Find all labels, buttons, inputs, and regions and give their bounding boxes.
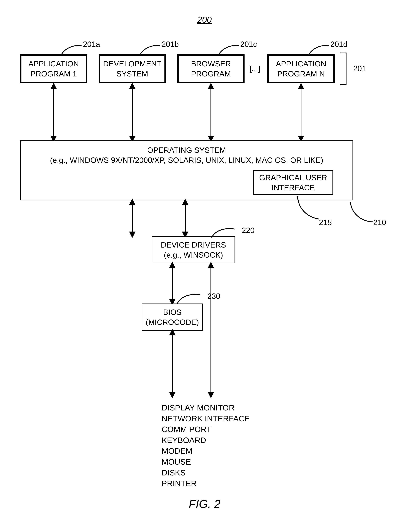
lead-201a	[60, 43, 89, 56]
arrow-app1-os	[51, 84, 57, 140]
box-gui: GRAPHICAL USER INTERFACE	[253, 170, 333, 195]
arrow-drivers-bios	[170, 264, 175, 303]
arrow-browser-os	[208, 84, 214, 140]
box-dev-system: DEVELOPMENT SYSTEM	[99, 54, 166, 83]
lead-230	[176, 292, 207, 308]
bracket-201	[339, 53, 353, 87]
os-line1: OPERATING SYSTEM	[147, 145, 226, 155]
ref-230: 230	[207, 291, 220, 301]
gui-label: GRAPHICAL USER INTERFACE	[255, 172, 331, 192]
box-app-1: APPLICATION PROGRAM 1	[20, 54, 87, 83]
arrow-os-drivers	[182, 200, 188, 236]
ref-220: 220	[242, 226, 255, 235]
device-list: DISPLAY MONITOR NETWORK INTERFACE COMM P…	[162, 402, 250, 489]
box-app-n-label: APPLICATION PROGRAM N	[270, 59, 332, 79]
drivers-label: DEVICE DRIVERS (e.g., WINSOCK)	[153, 240, 233, 260]
ref-201: 201	[353, 64, 366, 73]
ref-210: 210	[373, 218, 386, 227]
figure-caption: FIG. 2	[189, 497, 220, 511]
lead-201c	[217, 43, 246, 56]
ref-215: 215	[319, 218, 332, 227]
box-browser-label: BROWSER PROGRAM	[180, 59, 242, 79]
box-dev-system-label: DEVELOPMENT SYSTEM	[101, 59, 163, 79]
arrow-drivers-devices	[208, 264, 214, 396]
box-app-1-label: APPLICATION PROGRAM 1	[23, 59, 85, 79]
diagram-canvas: 200 APPLICATION PROGRAM 1 DEVELOPMENT SY…	[0, 0, 420, 528]
lead-201b	[139, 43, 167, 56]
arrow-dev-os	[129, 84, 135, 140]
bios-label: BIOS (MICROCODE)	[143, 307, 201, 327]
arrow-bios-devices	[170, 331, 175, 396]
box-browser: BROWSER PROGRAM	[177, 54, 245, 83]
lead-220	[210, 226, 242, 242]
arrow-appn-os	[298, 84, 304, 140]
lead-201d	[307, 43, 336, 56]
box-app-n: APPLICATION PROGRAM N	[267, 54, 335, 83]
arrow-os-bios-leg	[129, 200, 135, 236]
os-line2: (e.g., WINDOWS 9X/NT/2000/XP, SOLARIS, U…	[50, 155, 323, 165]
ellipsis-label: [...]	[250, 64, 260, 73]
figure-number-top: 200	[197, 14, 212, 25]
